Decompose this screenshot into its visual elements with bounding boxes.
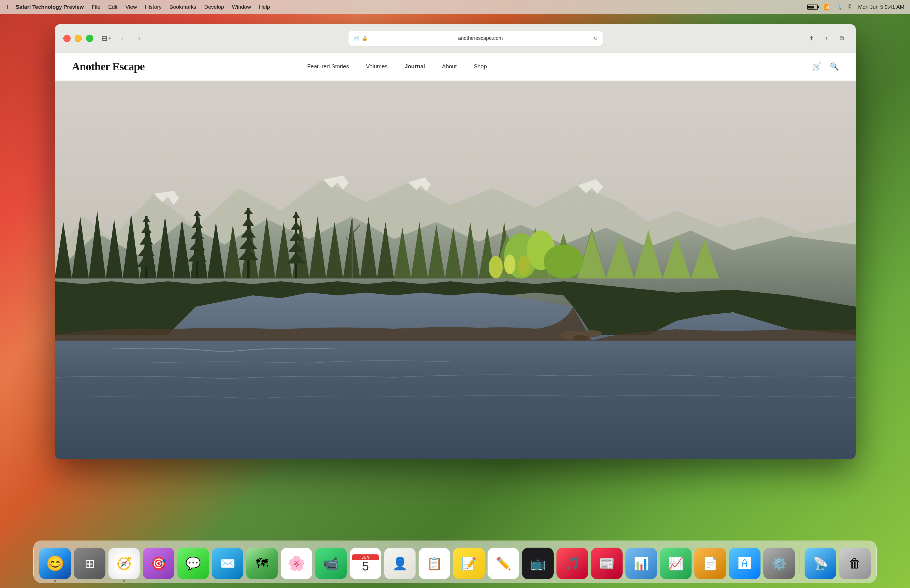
nav-featured-stories[interactable]: Featured Stories — [307, 63, 349, 70]
hero-image — [55, 81, 856, 459]
menubar-develop[interactable]: Develop — [204, 4, 224, 10]
svg-point-16 — [582, 330, 602, 337]
site-logo[interactable]: Another Escape — [72, 60, 144, 73]
dock-airdrop[interactable]: 📡 — [805, 548, 836, 579]
landscape-svg — [55, 81, 856, 459]
website-content: Another Escape Featured Stories Volumes … — [55, 53, 856, 459]
svg-point-13 — [518, 255, 530, 276]
dock-calendar[interactable]: JUN 5 — [350, 548, 381, 579]
search-icon[interactable]: 🔍 — [836, 4, 842, 10]
dock-appletv[interactable]: 📺 — [522, 548, 554, 579]
site-nav: Another Escape Featured Stories Volumes … — [55, 53, 856, 81]
nav-about[interactable]: About — [442, 63, 457, 70]
dock-systemprefs[interactable]: ⚙️ — [763, 548, 795, 579]
dock-music[interactable]: 🎵 — [557, 548, 588, 579]
search-nav-icon[interactable]: 🔍 — [830, 62, 839, 71]
dock-messages[interactable]: 💬 — [177, 548, 209, 579]
address-bar-container: 📄 🔒 anotherescape.com ↻ — [151, 31, 800, 46]
share-button[interactable]: ⬆ — [806, 33, 817, 44]
url-display[interactable]: anotherescape.com — [371, 35, 591, 41]
menubar-time: Mon Jun 5 9:41 AM — [858, 4, 904, 10]
toolbar-actions: ⬆ + ⧉ — [806, 33, 847, 44]
dock-appstore[interactable]: 🅰 — [729, 548, 761, 579]
dock-instruments[interactable]: 🎯 — [143, 548, 174, 579]
minimize-button[interactable] — [74, 35, 82, 42]
traffic-lights — [63, 35, 93, 42]
menubar-left:  Safari Technology Preview File Edit Vi… — [6, 3, 270, 11]
menubar-right: 📶 🔍 🎛 Mon Jun 5 9:41 AM — [807, 4, 904, 10]
dock-facetime[interactable]: 📹 — [315, 548, 347, 579]
dock: 😊 ⊞ 🧭 🎯 💬 ✉️ 🗺 🌸 📹 JUN 5 👤 📋 — [33, 541, 877, 583]
dock-separator — [800, 551, 800, 573]
control-center-icon[interactable]: 🎛 — [847, 4, 852, 10]
new-tab-button[interactable]: + — [821, 33, 832, 44]
dock-launchpad[interactable]: ⊞ — [74, 548, 105, 579]
site-nav-actions: 🛒 🔍 — [812, 62, 839, 71]
menubar:  Safari Technology Preview File Edit Vi… — [0, 0, 910, 14]
menubar-bookmarks[interactable]: Bookmarks — [170, 4, 196, 10]
svg-rect-5 — [351, 219, 353, 278]
dock-contacts[interactable]: 👤 — [384, 548, 416, 579]
fullscreen-button[interactable] — [86, 35, 93, 42]
dock-reminders[interactable]: 📋 — [419, 548, 450, 579]
dock-numbers[interactable]: 📈 — [660, 548, 691, 579]
reload-button[interactable]: ↻ — [593, 35, 598, 42]
dock-safari[interactable]: 🧭 — [108, 548, 140, 579]
battery-icon — [807, 5, 818, 10]
close-button[interactable] — [63, 35, 71, 42]
wifi-icon: 📶 — [824, 4, 830, 10]
dock-freeform[interactable]: ✏️ — [487, 548, 519, 579]
menubar-app-name[interactable]: Safari Technology Preview — [16, 4, 84, 10]
cart-icon[interactable]: 🛒 — [812, 62, 821, 71]
menubar-history[interactable]: History — [145, 4, 162, 10]
menubar-file[interactable]: File — [92, 4, 100, 10]
dock-keynote[interactable]: 📊 — [625, 548, 657, 579]
safari-toolbar: ⊟ ▾ ‹ › 📄 🔒 anotherescape.com ↻ ⬆ + ⧉ — [55, 24, 856, 53]
apple-menu[interactable]:  — [6, 3, 8, 11]
show-tabs-button[interactable]: ⧉ — [837, 33, 847, 44]
menubar-help[interactable]: Help — [259, 4, 270, 10]
dock-finder[interactable]: 😊 — [39, 548, 71, 579]
svg-point-11 — [489, 256, 503, 278]
menubar-view[interactable]: View — [125, 4, 137, 10]
menubar-window[interactable]: Window — [232, 4, 251, 10]
site-nav-links: Featured Stories Volumes Journal About S… — [307, 63, 487, 70]
nav-journal[interactable]: Journal — [405, 63, 425, 70]
nav-volumes[interactable]: Volumes — [366, 63, 388, 70]
svg-point-10 — [544, 245, 583, 278]
lock-icon: 🔒 — [362, 36, 368, 41]
forward-button[interactable]: › — [134, 33, 145, 44]
menubar-edit[interactable]: Edit — [108, 4, 118, 10]
nav-shop[interactable]: Shop — [474, 63, 487, 70]
back-button[interactable]: ‹ — [117, 33, 128, 44]
dock-trash[interactable]: 🗑 — [839, 548, 871, 579]
address-bar[interactable]: 📄 🔒 anotherescape.com ↻ — [348, 31, 603, 46]
dock-news[interactable]: 📰 — [591, 548, 623, 579]
dock-maps[interactable]: 🗺 — [246, 548, 278, 579]
dock-mail[interactable]: ✉️ — [212, 548, 243, 579]
dock-notes[interactable]: 📝 — [453, 548, 485, 579]
dock-pages[interactable]: 📄 — [695, 548, 726, 579]
safari-window: ⊟ ▾ ‹ › 📄 🔒 anotherescape.com ↻ ⬆ + ⧉ An… — [55, 24, 856, 459]
dock-photos[interactable]: 🌸 — [281, 548, 312, 579]
svg-point-12 — [504, 254, 515, 274]
page-icon: 📄 — [353, 36, 359, 41]
sidebar-toggle[interactable]: ⊟ ▾ — [102, 34, 111, 42]
